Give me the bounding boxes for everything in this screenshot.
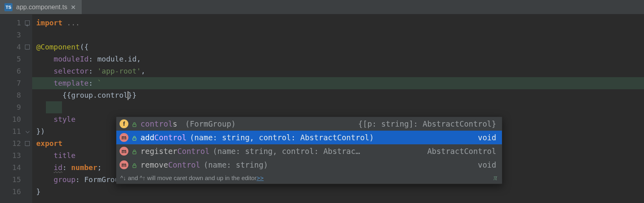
tab-app-component[interactable]: TS app.component.ts <box>0 0 82 14</box>
visibility-public-icon <box>132 162 137 168</box>
code-line[interactable]: {{group.control}} <box>32 89 644 101</box>
completion-hint: ^↓ and ^↑ will move caret down and up in… <box>120 175 256 181</box>
completion-item-controls[interactable]: f controls (FormGroup) {[p: string]: Abs… <box>116 117 502 131</box>
code-line[interactable]: moduleId: module.id, <box>32 53 644 65</box>
code-line[interactable]: import ... <box>32 17 644 29</box>
svg-text:TS: TS <box>6 5 11 10</box>
completion-signature: (name: string, control: AbstractControl) <box>190 134 374 141</box>
svg-rect-3 <box>133 138 136 140</box>
line-number: 10 <box>0 113 32 125</box>
completion-name: removeControl <box>140 161 200 169</box>
svg-rect-2 <box>133 124 136 127</box>
completion-item-registercontrol[interactable]: m registerControl (name: string, control… <box>116 144 502 158</box>
line-number: 3 <box>0 29 32 41</box>
line-number: 15 <box>0 174 32 186</box>
line-number: 6 <box>0 65 32 77</box>
line-number: 13 <box>0 150 32 162</box>
completion-return-type: void <box>478 134 496 141</box>
method-badge-icon: m <box>120 160 128 169</box>
svg-rect-4 <box>133 152 136 154</box>
code-line[interactable] <box>32 29 644 41</box>
code-line[interactable]: template: ` <box>32 77 644 89</box>
line-number: 5 <box>0 53 32 65</box>
tab-bar: TS app.component.ts <box>0 0 644 14</box>
code-area[interactable]: import ... @Component({ moduleId: module… <box>32 14 644 203</box>
code-line[interactable]: `, <box>32 101 644 113</box>
completion-name: addControl <box>140 134 186 141</box>
selection-highlight <box>46 101 62 113</box>
completion-name: registerControl <box>140 148 210 155</box>
code-line[interactable]: } <box>32 186 644 198</box>
pi-icon[interactable]: π <box>493 174 497 181</box>
method-badge-icon: m <box>120 133 128 142</box>
gutter: 1 3 4 5 6 7 8 9 10 11 12 13 14 15 16 <box>0 14 32 203</box>
fold-collapsed-icon[interactable] <box>25 21 30 25</box>
line-number: 8 <box>0 89 32 101</box>
editor: 1 3 4 5 6 7 8 9 10 11 12 13 14 15 16 imp… <box>0 14 644 203</box>
field-badge-icon: f <box>120 119 128 128</box>
fold-open-icon[interactable] <box>25 45 30 49</box>
line-number: 14 <box>0 162 32 174</box>
line-number: 4 <box>0 41 32 53</box>
tab-label: app.component.ts <box>16 4 67 10</box>
line-number: 1 <box>0 17 32 29</box>
completion-item-addcontrol[interactable]: m addControl (name: string, control: Abs… <box>116 131 502 144</box>
typescript-file-icon: TS <box>4 3 13 12</box>
code-line[interactable]: selector: 'app-root', <box>32 65 644 77</box>
completion-return-type: void <box>478 161 496 169</box>
svg-rect-5 <box>133 165 136 168</box>
line-number: 16 <box>0 186 32 198</box>
completion-name: controls <box>140 120 178 128</box>
close-icon[interactable] <box>70 4 76 10</box>
completion-popup: f controls (FormGroup) {[p: string]: Abs… <box>116 117 502 184</box>
completion-signature: (name: string, control: Abstrac… <box>213 148 360 155</box>
line-number: 9 <box>0 101 32 113</box>
completion-more-link[interactable]: >> <box>256 175 264 181</box>
completion-return-type: AbstractControl <box>427 148 496 155</box>
fold-close-icon[interactable] <box>25 129 30 134</box>
completion-item-removecontrol[interactable]: m removeControl (name: string) void <box>116 158 502 172</box>
line-number: 12 <box>0 137 32 150</box>
code-line[interactable]: @Component({ <box>32 41 644 53</box>
line-number: 7 <box>0 77 32 89</box>
visibility-public-icon <box>132 121 137 127</box>
completion-footer: ^↓ and ^↑ will move caret down and up in… <box>116 172 502 184</box>
fold-open-icon[interactable] <box>25 141 30 146</box>
completion-signature: (name: string) <box>204 161 268 169</box>
visibility-public-icon <box>132 135 137 140</box>
method-badge-icon: m <box>120 147 128 156</box>
completion-return-type: {[p: string]: AbstractControl} <box>358 120 496 128</box>
visibility-public-icon <box>132 148 137 154</box>
line-number: 11 <box>0 125 32 137</box>
completion-signature: (FormGroup) <box>181 120 236 128</box>
